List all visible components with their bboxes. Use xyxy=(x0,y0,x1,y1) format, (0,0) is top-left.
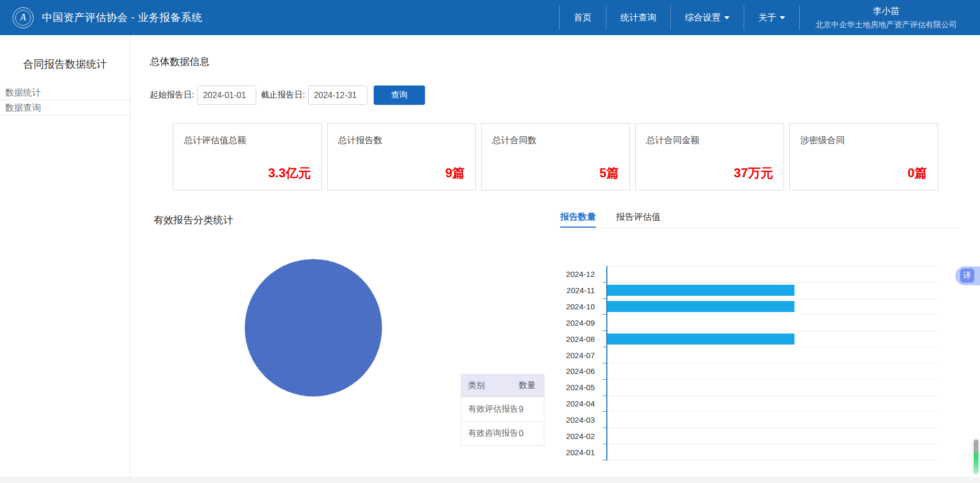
bar-category-label: 2024-05 xyxy=(548,379,600,395)
query-button[interactable]: 查询 xyxy=(374,85,425,105)
brand: A 中国资产评估协会 - 业务报备系统 xyxy=(13,7,202,28)
bar-category-label: 2024-08 xyxy=(548,331,600,347)
bar-row xyxy=(607,428,938,444)
start-date-input[interactable] xyxy=(197,85,256,105)
tab-report-count[interactable]: 报告数量 xyxy=(560,211,596,228)
bar-row xyxy=(607,283,938,299)
bar-category-label: 2024-10 xyxy=(548,298,600,315)
stat-value: 9篇 xyxy=(445,165,465,181)
nav-item-general-settings[interactable]: 综合设置 xyxy=(670,5,744,30)
bar-axis-labels: 2024-122024-112024-102024-092024-082024-… xyxy=(548,266,600,460)
user-company: 北京中企华土地房地产资产评估有限公司 xyxy=(815,20,957,30)
sidebar: 合同报告数据统计 数据统计 数据查询 xyxy=(0,35,130,477)
stat-card-total-appraisal-value: 总计评估值总额 3.3亿元 xyxy=(173,123,322,190)
bar-category-label: 2024-03 xyxy=(548,412,600,428)
stat-card-total-contract-amount: 总计合同金额 37万元 xyxy=(635,123,784,190)
overall-data-heading: 总体数据信息 xyxy=(150,55,210,69)
bar-row xyxy=(607,315,938,331)
bar-category-label: 2024-02 xyxy=(548,428,600,444)
bar-plot xyxy=(606,266,938,460)
pie-section-heading: 有效报告分类统计 xyxy=(154,213,233,227)
association-logo-icon: A xyxy=(13,7,34,28)
bar-row xyxy=(607,299,938,315)
bar-category-label: 2024-06 xyxy=(548,363,600,380)
bar-row xyxy=(607,266,938,283)
nav-item-home[interactable]: 首页 xyxy=(559,5,606,30)
main-panel: 总体数据信息 起始报告日: 截止报告日: 查询 总计评估值总额 3.3亿元 总计… xyxy=(130,35,980,477)
bar-row xyxy=(607,380,938,396)
top-navbar: A 中国资产评估协会 - 业务报备系统 首页 统计查询 综合设置 关于 李小苗 … xyxy=(0,0,980,35)
stat-value: 5篇 xyxy=(600,165,619,181)
stat-value: 37万元 xyxy=(734,165,773,181)
caret-down-icon xyxy=(780,16,785,19)
tab-report-appraisal-value[interactable]: 报告评估值 xyxy=(616,211,660,228)
bar-category-label: 2024-12 xyxy=(548,266,600,282)
nav-item-about[interactable]: 关于 xyxy=(744,5,799,30)
chart-tabs: 报告数量 报告评估值 xyxy=(560,211,960,228)
start-date-label: 起始报告日: xyxy=(150,90,194,101)
bar-category-label: 2024-01 xyxy=(548,444,600,460)
stat-card-classified-contracts: 涉密级合同 0篇 xyxy=(789,123,938,190)
bar xyxy=(607,301,794,312)
vertical-scrollbar-thumb[interactable] xyxy=(974,439,978,474)
category-table-header: 类别 数量 xyxy=(461,374,544,397)
category-table: 类别 数量 有效评估报告 9 有效咨询报告 0 xyxy=(461,374,545,446)
stat-cards: 总计评估值总额 3.3亿元 总计报告数 9篇 总计合同数 5篇 总计合同金额 3… xyxy=(173,123,938,190)
bar-category-label: 2024-11 xyxy=(548,282,600,298)
stat-value: 0篇 xyxy=(908,165,927,181)
pie-chart-slice xyxy=(245,259,382,396)
bar-row xyxy=(607,347,938,363)
user-menu[interactable]: 李小苗 北京中企华土地房地产资产评估有限公司 xyxy=(799,5,980,30)
bar-category-label: 2024-04 xyxy=(548,395,600,412)
bar-row xyxy=(607,412,938,428)
app-root: A 中国资产评估协会 - 业务报备系统 首页 统计查询 综合设置 关于 李小苗 … xyxy=(0,0,980,483)
sidebar-item-data-query[interactable]: 数据查询 xyxy=(0,100,130,115)
bar-category-label: 2024-07 xyxy=(548,347,600,363)
bar xyxy=(607,334,794,345)
bar-row xyxy=(607,331,938,347)
translate-icon: 译 xyxy=(960,269,974,283)
table-row: 有效咨询报告 0 xyxy=(461,421,544,445)
app-title: 中国资产评估协会 - 业务报备系统 xyxy=(42,10,202,25)
caret-down-icon xyxy=(724,16,729,19)
end-date-label: 截止报告日: xyxy=(260,90,304,101)
sidebar-item-data-statistics[interactable]: 数据统计 xyxy=(0,85,130,100)
translate-button[interactable]: 译 xyxy=(955,266,980,285)
nav-menu: 首页 统计查询 综合设置 关于 李小苗 北京中企华土地房地产资产评估有限公司 xyxy=(559,5,980,30)
stat-card-total-reports: 总计报告数 9篇 xyxy=(327,123,476,190)
bar-row xyxy=(607,444,938,460)
bar-row xyxy=(607,363,938,380)
stat-value: 3.3亿元 xyxy=(268,165,311,181)
nav-item-statistics-query[interactable]: 统计查询 xyxy=(606,5,670,30)
bar-row xyxy=(607,396,938,412)
user-name: 李小苗 xyxy=(873,5,900,17)
end-date-input[interactable] xyxy=(308,85,367,105)
content-row: 合同报告数据统计 数据统计 数据查询 总体数据信息 起始报告日: 截止报告日: … xyxy=(0,35,980,477)
stat-card-total-contracts: 总计合同数 5篇 xyxy=(481,123,630,190)
date-filter-row: 起始报告日: 截止报告日: 查询 xyxy=(150,85,425,105)
sidebar-title: 合同报告数据统计 xyxy=(0,35,130,85)
bar xyxy=(607,285,794,296)
table-row: 有效评估报告 9 xyxy=(461,397,544,421)
bar-category-label: 2024-09 xyxy=(548,315,600,331)
